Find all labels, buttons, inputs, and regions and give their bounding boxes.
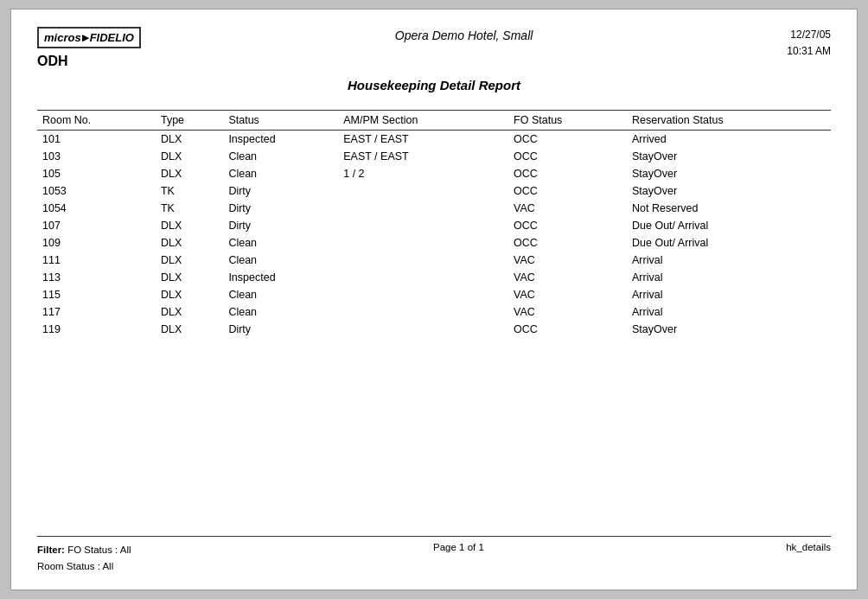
- cell-fo: OCC: [508, 234, 627, 252]
- cell-ampm: [338, 269, 508, 286]
- report-title: Housekeeping Detail Report: [37, 78, 831, 92]
- cell-fo: VAC: [508, 286, 627, 303]
- cell-ampm: EAST / EAST: [338, 131, 508, 149]
- cell-status: Clean: [223, 165, 338, 182]
- cell-ampm: [338, 252, 508, 269]
- cell-room-no: 119: [37, 321, 156, 338]
- footer: Filter: FO Status : All Room Status : Al…: [37, 536, 831, 574]
- cell-fo: VAC: [508, 252, 627, 269]
- col-status: Status: [223, 111, 338, 131]
- cell-room-no: 117: [37, 303, 156, 321]
- cell-res: Arrival: [627, 252, 831, 269]
- cell-ampm: [338, 182, 508, 200]
- table-header-row: Room No. Type Status AM/PM Section FO St…: [37, 111, 831, 131]
- cell-res: Arrival: [627, 286, 831, 303]
- cell-ampm: EAST / EAST: [338, 148, 508, 165]
- cell-type: DLX: [156, 252, 223, 269]
- cell-type: DLX: [156, 269, 223, 286]
- logo-fidelio: FIDELIO: [90, 31, 134, 44]
- cell-fo: VAC: [508, 303, 627, 321]
- cell-fo: VAC: [508, 200, 627, 217]
- cell-ampm: [338, 321, 508, 338]
- table-row: 109DLXCleanOCCDue Out/ Arrival: [37, 234, 831, 252]
- cell-room-no: 109: [37, 234, 156, 252]
- logo: micros▶FIDELIO: [37, 27, 141, 48]
- filter-label: Filter:: [37, 545, 65, 555]
- date-time: 12/27/05 10:31 AM: [787, 27, 831, 60]
- cell-room-no: 103: [37, 148, 156, 165]
- filter-line1: Filter: FO Status : All: [37, 542, 131, 558]
- table-row: 119DLXDirtyOCCStayOver: [37, 321, 831, 338]
- cell-status: Clean: [223, 286, 338, 303]
- odh-label: ODH: [37, 54, 141, 69]
- cell-res: Arrival: [627, 303, 831, 321]
- filter-fo-value: FO Status : All: [67, 545, 131, 555]
- cell-res: Due Out/ Arrival: [627, 234, 831, 252]
- cell-status: Clean: [223, 234, 338, 252]
- logo-micros: micros: [44, 31, 81, 44]
- table-row: 117DLXCleanVACArrival: [37, 303, 831, 321]
- cell-status: Dirty: [223, 321, 338, 338]
- cell-ampm: 1 / 2: [338, 165, 508, 182]
- cell-status: Inspected: [223, 269, 338, 286]
- table-row: 115DLXCleanVACArrival: [37, 286, 831, 303]
- table-row: 111DLXCleanVACArrival: [37, 252, 831, 269]
- cell-room-no: 107: [37, 217, 156, 234]
- cell-res: Due Out/ Arrival: [627, 217, 831, 234]
- col-type: Type: [156, 111, 223, 131]
- cell-ampm: [338, 303, 508, 321]
- table-row: 103DLXCleanEAST / EASTOCCStayOver: [37, 148, 831, 165]
- cell-status: Inspected: [223, 131, 338, 149]
- cell-room-no: 1053: [37, 182, 156, 200]
- report-code: hk_details: [786, 542, 831, 552]
- col-room-no: Room No.: [37, 111, 156, 131]
- cell-ampm: [338, 200, 508, 217]
- table-row: 113DLXInspectedVACArrival: [37, 269, 831, 286]
- cell-type: DLX: [156, 131, 223, 149]
- hotel-name: Opera Demo Hotel, Small: [141, 27, 787, 42]
- table-row: 101DLXInspectedEAST / EASTOCCArrived: [37, 131, 831, 149]
- col-fo-status: FO Status: [508, 111, 627, 131]
- cell-status: Dirty: [223, 200, 338, 217]
- cell-room-no: 1054: [37, 200, 156, 217]
- cell-status: Dirty: [223, 217, 338, 234]
- cell-type: DLX: [156, 321, 223, 338]
- table-row: 1053TKDirtyOCCStayOver: [37, 182, 831, 200]
- cell-room-no: 101: [37, 131, 156, 149]
- cell-type: DLX: [156, 217, 223, 234]
- cell-type: TK: [156, 200, 223, 217]
- cell-status: Clean: [223, 303, 338, 321]
- cell-fo: VAC: [508, 269, 627, 286]
- report-table: Room No. Type Status AM/PM Section FO St…: [37, 110, 831, 338]
- col-res-status: Reservation Status: [627, 111, 831, 131]
- cell-res: StayOver: [627, 148, 831, 165]
- col-ampm: AM/PM Section: [338, 111, 508, 131]
- footer-left: Filter: FO Status : All Room Status : Al…: [37, 542, 131, 574]
- cell-fo: OCC: [508, 165, 627, 182]
- cell-room-no: 105: [37, 165, 156, 182]
- cell-type: DLX: [156, 303, 223, 321]
- cell-fo: OCC: [508, 217, 627, 234]
- cell-fo: OCC: [508, 182, 627, 200]
- cell-type: DLX: [156, 148, 223, 165]
- cell-type: DLX: [156, 286, 223, 303]
- cell-type: DLX: [156, 234, 223, 252]
- cell-fo: OCC: [508, 321, 627, 338]
- cell-room-no: 111: [37, 252, 156, 269]
- cell-room-no: 115: [37, 286, 156, 303]
- cell-res: StayOver: [627, 182, 831, 200]
- cell-res: Not Reserved: [627, 200, 831, 217]
- cell-type: DLX: [156, 165, 223, 182]
- cell-res: StayOver: [627, 165, 831, 182]
- header-top: micros▶FIDELIO ODH Opera Demo Hotel, Sma…: [37, 27, 831, 71]
- report-date: 12/27/05: [787, 27, 831, 43]
- report-page: micros▶FIDELIO ODH Opera Demo Hotel, Sma…: [10, 9, 858, 590]
- cell-fo: OCC: [508, 131, 627, 149]
- cell-fo: OCC: [508, 148, 627, 165]
- table-row: 107DLXDirtyOCCDue Out/ Arrival: [37, 217, 831, 234]
- cell-type: TK: [156, 182, 223, 200]
- logo-arrow: ▶: [82, 33, 89, 42]
- cell-status: Dirty: [223, 182, 338, 200]
- cell-status: Clean: [223, 148, 338, 165]
- cell-ampm: [338, 234, 508, 252]
